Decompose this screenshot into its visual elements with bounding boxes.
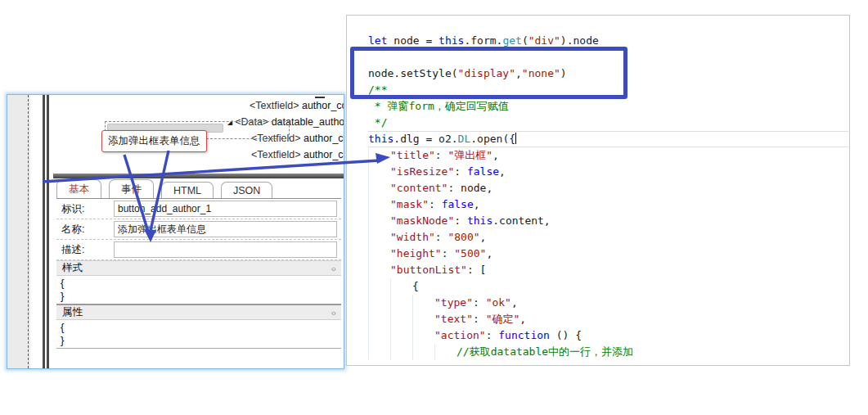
indent-guide <box>390 311 412 327</box>
tab-0[interactable]: 基本 <box>56 179 101 198</box>
indent-guide <box>412 311 434 327</box>
code-token: false <box>442 198 474 210</box>
clipped-tree-row-mark <box>315 97 325 98</box>
indent-guide <box>368 213 390 229</box>
code-line[interactable]: "width": "800", <box>368 229 848 246</box>
code-token: : <box>429 198 442 210</box>
code-token: : <box>473 313 486 325</box>
code-token: : <box>486 329 499 341</box>
tab-2[interactable]: HTML <box>161 182 214 198</box>
indent-guide <box>390 295 412 311</box>
tab-3[interactable]: JSON <box>221 182 272 198</box>
code-token: , <box>492 149 499 161</box>
code-token: , <box>486 247 492 259</box>
tree-item-name: author_contact_i <box>302 100 344 111</box>
section-body[interactable]: { } <box>56 320 341 348</box>
code-token: "isResize" <box>390 165 454 178</box>
indent-guide <box>368 180 390 196</box>
code-line[interactable]: * 弹窗form，确定回写赋值 <box>368 98 848 115</box>
code-token: : <box>435 149 448 161</box>
code-token: : <box>454 165 467 178</box>
tree-item[interactable]: <Textfield> author_contact_i <box>250 100 344 111</box>
indent-guide <box>368 295 390 311</box>
code-line[interactable]: //获取datatable中的一行，并添加 <box>368 344 848 360</box>
code-token: : <box>435 231 448 243</box>
tree-item-name: author_coop_agr <box>304 149 344 160</box>
code-token: this <box>438 34 464 47</box>
code-token: let <box>368 34 387 47</box>
code-token: this <box>467 214 492 227</box>
code-token: * 弹窗form，确定回写赋值 <box>368 100 509 112</box>
indent-guide <box>368 147 390 164</box>
code-token: "mask" <box>390 198 429 210</box>
code-token: , <box>480 231 487 243</box>
field-row: 描述: <box>56 240 341 260</box>
code-token: "content" <box>390 182 447 194</box>
property-panel: 标识:名称:描述: 样式‹›{ }属性‹›{ } <box>56 198 341 368</box>
tree-item-name: author_coop_agr <box>304 133 344 144</box>
indent-guide <box>390 327 412 344</box>
code-token: this <box>368 133 394 145</box>
splitter-bar-icon[interactable] <box>43 95 45 368</box>
code-line[interactable]: this.dlg = o2.DL.open({ <box>368 131 848 147</box>
code-line[interactable]: { <box>368 278 848 295</box>
code-token: DL <box>458 133 471 145</box>
section-title: 属性 <box>62 305 83 319</box>
code-token: false <box>467 165 499 178</box>
code-token: : <box>454 214 467 227</box>
indent-guide <box>368 344 390 360</box>
indent-guide <box>412 344 434 360</box>
section-header-1[interactable]: 属性‹› <box>56 304 341 320</box>
code-line[interactable]: "type": "ok", <box>368 295 848 311</box>
section-body[interactable]: { } <box>56 276 341 304</box>
code-token: : [ <box>467 264 486 276</box>
tree-item-type: <Textfield> <box>251 149 304 160</box>
code-token: ).node <box>560 34 599 47</box>
code-token: "500" <box>454 247 486 259</box>
code-token: : <box>442 247 455 259</box>
code-line[interactable]: "title": "弹出框", <box>368 147 848 164</box>
section-blocks: 样式‹›{ }属性‹›{ } <box>56 260 341 348</box>
code-token: "buttonList" <box>390 264 467 276</box>
section-header-0[interactable]: 样式‹› <box>56 260 341 276</box>
tab-1[interactable]: 事件 <box>109 179 154 198</box>
code-token: "800" <box>447 231 479 243</box>
indent-guide <box>412 327 434 344</box>
code-token: "弹出框" <box>447 149 492 161</box>
code-edit-icon[interactable]: ‹› <box>331 308 335 318</box>
field-label: 标识: <box>56 202 114 216</box>
code-line[interactable]: */ <box>368 115 848 131</box>
code-token: , <box>511 296 518 309</box>
field-input-0[interactable] <box>114 201 337 217</box>
code-token: get <box>502 34 521 47</box>
indent-guide <box>390 344 412 360</box>
pane-splitter[interactable] <box>53 174 344 178</box>
code-token: "title" <box>390 149 435 161</box>
field-input-2[interactable] <box>114 241 337 258</box>
code-line[interactable]: "mask": false, <box>368 196 848 213</box>
code-line[interactable]: "height": "500", <box>368 246 848 262</box>
code-token: .form. <box>464 34 502 47</box>
code-token: .open({ <box>470 133 515 145</box>
indent-guide <box>368 196 390 213</box>
code-line[interactable]: "action": function () { <box>368 327 848 344</box>
divider <box>56 348 341 349</box>
indent-guide <box>368 262 390 278</box>
code-line[interactable]: "buttonList": [ <box>368 262 848 278</box>
indent-guide <box>390 278 412 295</box>
field-label: 描述: <box>56 243 114 257</box>
code-line[interactable]: "isResize": false, <box>368 164 848 180</box>
annotation-rect <box>350 47 627 99</box>
code-line[interactable]: "content": node, <box>368 180 848 196</box>
tree-item[interactable]: <Textfield> author_coop_agr <box>251 149 344 160</box>
code-edit-icon[interactable]: ‹› <box>331 264 335 273</box>
code-token: "div" <box>528 34 560 47</box>
field-input-1[interactable] <box>114 221 337 237</box>
code-token: , <box>474 198 480 210</box>
code-line[interactable]: "text": "确定", <box>368 311 848 327</box>
page: <Textfield> author_contact_i◢<Data> data… <box>0 0 868 415</box>
splitter-bar-icon[interactable] <box>47 95 49 368</box>
code-token: ( <box>522 34 528 47</box>
property-tabs: 基本事件HTMLJSON <box>56 180 344 198</box>
code-line[interactable]: "maskNode": this.content, <box>368 213 848 229</box>
